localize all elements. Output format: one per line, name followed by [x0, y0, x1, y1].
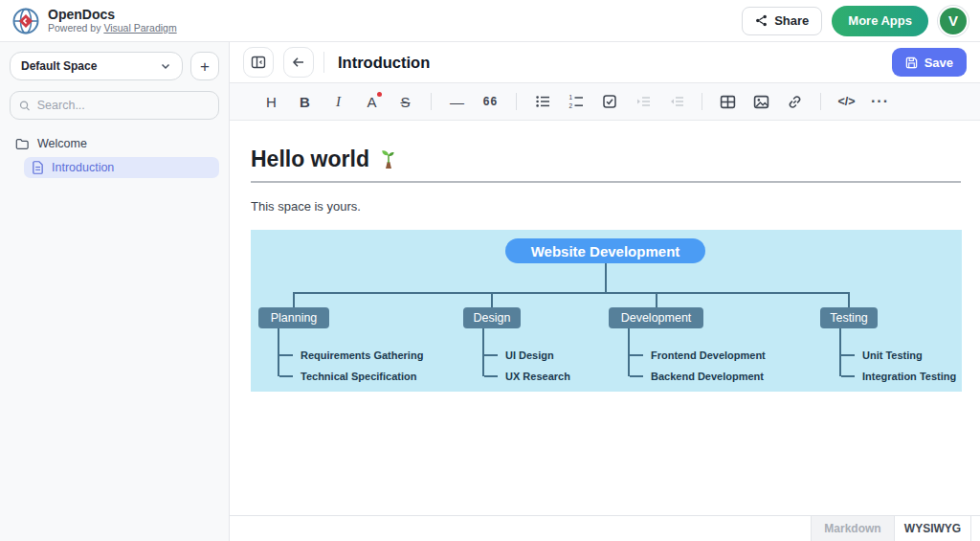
chevron-down-icon [160, 60, 171, 72]
back-button[interactable] [283, 47, 314, 78]
sidebar: Default Space + Welcome [0, 42, 230, 541]
mindmap-connector-line [841, 354, 855, 356]
blockquote-button[interactable]: 66 [478, 89, 503, 115]
code-icon: </> [837, 95, 855, 108]
text-color-icon: A [367, 94, 376, 110]
toolbar-separator [820, 93, 821, 110]
mindmap-connector-line [656, 292, 657, 307]
editor-content[interactable]: Hello world This space is yours. Website… [230, 121, 980, 515]
numbered-list-icon: 1 2 [568, 94, 584, 109]
code-block-button[interactable]: </> [834, 89, 859, 115]
link-button[interactable] [782, 89, 808, 115]
arrow-left-icon [291, 55, 306, 70]
indent-icon [635, 94, 651, 109]
mindmap-connector-line [630, 375, 643, 377]
titlebar-divider [323, 52, 324, 73]
mindmap-connector-line [484, 375, 498, 377]
mindmap-child-label: Backend Development [651, 371, 764, 382]
tab-markdown[interactable]: Markdown [811, 516, 895, 541]
header-actions: Share More Apps V [742, 6, 969, 36]
toolbar-separator [702, 93, 702, 110]
mindmap-branch-node: Design [463, 307, 521, 328]
mindmap-connector-line [294, 292, 849, 294]
share-icon [755, 14, 768, 27]
document-heading: Hello world [251, 147, 961, 183]
search-icon [19, 100, 31, 112]
mindmap-connector-line [491, 292, 493, 307]
mindmap-child-label: Unit Testing [862, 349, 923, 361]
main-panel: Introduction Save H B I A S — 66 [230, 42, 980, 541]
space-selector[interactable]: Default Space [10, 52, 183, 80]
mindmap-connector-line [605, 263, 607, 292]
mindmap-branch-node: Planning [258, 307, 329, 328]
task-list-button[interactable] [596, 89, 622, 115]
bullet-list-button[interactable] [529, 89, 555, 115]
search-input[interactable] [37, 99, 210, 112]
mindmap-branch-node: Testing [820, 307, 878, 328]
add-space-button[interactable]: + [190, 52, 219, 80]
user-avatar[interactable]: V [938, 6, 969, 36]
mindmap-connector-line [293, 292, 295, 307]
mindmap-child-label: Technical Specification [301, 371, 416, 382]
svg-text:2: 2 [568, 102, 572, 109]
ellipsis-icon: ··· [871, 93, 889, 110]
link-icon [787, 94, 803, 110]
mindmap-connector-line [628, 328, 630, 376]
strikethrough-button[interactable]: S [392, 89, 418, 115]
mindmap-connector-line [482, 328, 484, 376]
image-button[interactable] [748, 89, 774, 115]
toggle-sidebar-button[interactable] [243, 47, 274, 78]
app-title: OpenDocs [48, 8, 177, 22]
sidebar-item-welcome[interactable]: Welcome [10, 133, 219, 154]
horizontal-rule-button[interactable]: — [444, 89, 470, 115]
formatting-toolbar: H B I A S — 66 1 2 [230, 83, 980, 121]
text-color-button[interactable]: A [359, 89, 385, 115]
mindmap-connector-line [848, 292, 850, 307]
mindmap-child-label: Frontend Development [651, 349, 766, 361]
heading-button[interactable]: H [258, 89, 284, 115]
mindmap-child-label: Integration Testing [862, 371, 956, 382]
save-icon [905, 56, 918, 69]
outdent-icon [669, 94, 684, 109]
mindmap-child-label: Requirements Gathering [301, 349, 423, 361]
app-header: OpenDocs Powered by Visual Paradigm Shar… [0, 0, 980, 42]
svg-text:1: 1 [568, 94, 572, 101]
document-paragraph: This space is yours. [251, 199, 961, 214]
outdent-button[interactable] [663, 89, 689, 115]
bullet-list-icon [535, 94, 550, 109]
italic-button[interactable]: I [325, 89, 351, 115]
bold-button[interactable]: B [292, 89, 318, 115]
more-tools-button[interactable]: ··· [867, 89, 893, 115]
tab-wysiwyg[interactable]: WYSIWYG [895, 516, 971, 541]
mindmap-connector-line [484, 354, 498, 356]
title-bar: Introduction Save [230, 42, 980, 83]
mindmap-root-node: Website Development [505, 238, 705, 263]
mindmap-connector-line [630, 354, 643, 356]
search-box[interactable] [10, 91, 219, 120]
sidebar-item-introduction[interactable]: Introduction [24, 157, 219, 178]
page-title: Introduction [338, 54, 430, 72]
save-button[interactable]: Save [892, 48, 967, 77]
table-button[interactable] [715, 89, 741, 115]
toolbar-separator [516, 93, 517, 110]
share-button[interactable]: Share [742, 7, 822, 35]
mindmap-child-label: UI Design [505, 349, 554, 361]
indent-button[interactable] [630, 89, 656, 115]
folder-icon [15, 138, 29, 150]
editor-footer: Markdown WYSIWYG [230, 515, 980, 541]
mindmap-child-label: UX Research [505, 371, 570, 382]
brand-text: OpenDocs Powered by Visual Paradigm [48, 8, 177, 34]
opendocs-logo-icon [11, 7, 40, 35]
mindmap-connector-line [841, 375, 855, 377]
document-icon [32, 161, 44, 174]
more-apps-button[interactable]: More Apps [832, 6, 928, 36]
seedling-emoji [378, 149, 399, 170]
visual-paradigm-link[interactable]: Visual Paradigm [103, 22, 176, 34]
page-tree: Welcome Introduction [10, 133, 219, 178]
mindmap-diagram[interactable]: Website DevelopmentPlanningRequirements … [251, 230, 962, 392]
mindmap-connector-line [278, 328, 279, 376]
mindmap-connector-line [279, 375, 293, 377]
numbered-list-button[interactable]: 1 2 [563, 89, 589, 115]
image-icon [753, 94, 769, 110]
checkbox-icon [602, 94, 617, 109]
